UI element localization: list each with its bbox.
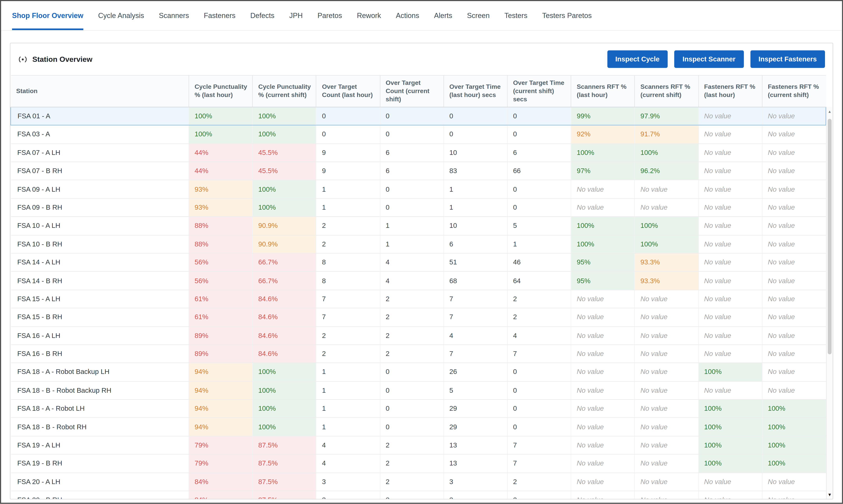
inspect-scanner-button[interactable]: Inspect Scanner: [674, 51, 743, 68]
station-cell: FSA 09 - A LH: [11, 180, 189, 198]
value-cell: 100%: [189, 107, 253, 125]
tab-actions[interactable]: Actions: [396, 1, 419, 30]
value-cell: No value: [698, 198, 762, 216]
tab-fasteners[interactable]: Fasteners: [204, 1, 236, 30]
value-cell: 83: [444, 162, 507, 180]
table-row[interactable]: FSA 09 - B RH93%100%1010No valueNo value…: [11, 198, 826, 216]
tab-paretos[interactable]: Paretos: [317, 1, 342, 30]
value-cell: 79%: [189, 454, 253, 472]
column-header[interactable]: Over Target Count (last hour): [316, 75, 380, 107]
table-row[interactable]: FSA 14 - B RH56%66.7%84686495%93.3%No va…: [11, 271, 826, 290]
value-cell: 100%: [635, 235, 698, 253]
value-cell: 0: [444, 107, 507, 125]
table-row[interactable]: FSA 10 - A LH88%90.9%21105100%100%No val…: [11, 217, 826, 235]
tab-jph[interactable]: JPH: [289, 1, 303, 30]
value-cell: 100%: [253, 125, 316, 143]
value-cell: 0: [507, 381, 571, 399]
value-cell: 0: [380, 363, 444, 381]
table-row[interactable]: FSA 15 - B RH61%84.6%7272No valueNo valu…: [11, 308, 826, 326]
value-cell: No value: [698, 180, 762, 198]
value-cell: 6: [380, 144, 444, 162]
scroll-up-button[interactable]: ▲: [827, 107, 832, 115]
tab-alerts[interactable]: Alerts: [434, 1, 452, 30]
table-row[interactable]: FSA 18 - A - Robot Backup LH94%100%10260…: [11, 363, 826, 381]
scrollbar-thumb[interactable]: [828, 119, 832, 354]
value-cell: 100%: [253, 180, 316, 198]
tab-rework[interactable]: Rework: [357, 1, 381, 30]
column-header[interactable]: Over Target Time (last hour) secs: [444, 75, 507, 107]
value-cell: 66: [507, 162, 571, 180]
value-cell: 2: [380, 436, 444, 454]
station-cell: FSA 19 - B RH: [11, 454, 189, 472]
value-cell: 61%: [189, 308, 253, 326]
table-row[interactable]: FSA 03 - A100%100%000092%91.7%No valueNo…: [11, 125, 826, 143]
scroll-down-button[interactable]: ▼: [827, 490, 832, 499]
tab-testers-paretos[interactable]: Testers Paretos: [542, 1, 591, 30]
value-cell: 0: [380, 180, 444, 198]
value-cell: 6: [444, 235, 507, 253]
table-row[interactable]: FSA 07 - A LH44%45.5%96106100%100%No val…: [11, 144, 826, 162]
value-cell: 89%: [189, 326, 253, 345]
value-cell: 0: [507, 399, 571, 418]
value-cell: 100%: [698, 363, 762, 381]
value-cell: No value: [635, 491, 698, 499]
table-row[interactable]: FSA 15 - A LH61%84.6%7272No valueNo valu…: [11, 290, 826, 308]
table-row[interactable]: FSA 18 - A - Robot LH94%100%10290No valu…: [11, 399, 826, 418]
value-cell: 45.5%: [253, 144, 316, 162]
value-cell: No value: [635, 180, 698, 198]
table-row[interactable]: FSA 07 - B RH44%45.5%96836697%96.2%No va…: [11, 162, 826, 180]
value-cell: 56%: [189, 253, 253, 271]
column-header[interactable]: Cycle Punctuality % (current shift): [253, 75, 316, 107]
value-cell: No value: [635, 363, 698, 381]
value-cell: 7: [316, 290, 380, 308]
column-header[interactable]: Cycle Punctuality % (last hour): [189, 75, 253, 107]
station-overview-icon: [18, 55, 28, 64]
table-row[interactable]: FSA 20 - A LH84%87.5%3232No valueNo valu…: [11, 473, 826, 491]
table-row[interactable]: FSA 14 - A LH56%66.7%84514695%93.3%No va…: [11, 253, 826, 271]
table-row[interactable]: FSA 10 - B RH88%90.9%2161100%100%No valu…: [11, 235, 826, 253]
tab-defects[interactable]: Defects: [250, 1, 274, 30]
value-cell: 100%: [698, 418, 762, 436]
value-cell: 84.6%: [253, 345, 316, 363]
table-row[interactable]: FSA 16 - B RH89%84.6%2277No valueNo valu…: [11, 345, 826, 363]
table-row[interactable]: FSA 19 - B RH79%87.5%42137No valueNo val…: [11, 454, 826, 472]
column-header[interactable]: Scanners RFT % (last hour): [571, 75, 635, 107]
value-cell: 1: [316, 180, 380, 198]
tab-scanners[interactable]: Scanners: [159, 1, 189, 30]
inspect-cycle-button[interactable]: Inspect Cycle: [607, 51, 668, 68]
table-row[interactable]: FSA 01 - A100%100%000099%97.9%No valueNo…: [11, 107, 826, 125]
value-cell: 100%: [698, 436, 762, 454]
value-cell: No value: [635, 454, 698, 472]
table-row[interactable]: FSA 18 - B - Robot RH94%100%10290No valu…: [11, 418, 826, 436]
value-cell: 1: [380, 235, 444, 253]
value-cell: 100%: [571, 144, 635, 162]
column-header[interactable]: Scanners RFT % (current shift): [635, 75, 698, 107]
value-cell: 2: [316, 326, 380, 345]
inspect-fasteners-button[interactable]: Inspect Fasteners: [750, 51, 825, 68]
value-cell: 94%: [189, 363, 253, 381]
table-row[interactable]: FSA 19 - A LH79%87.5%42137No valueNo val…: [11, 436, 826, 454]
table-row[interactable]: FSA 09 - A LH93%100%1010No valueNo value…: [11, 180, 826, 198]
value-cell: No value: [762, 198, 826, 216]
tab-testers[interactable]: Testers: [504, 1, 528, 30]
value-cell: 3: [444, 473, 507, 491]
value-cell: No value: [762, 345, 826, 363]
column-header[interactable]: Over Target Count (current shift): [380, 75, 444, 107]
tab-shop-floor-overview[interactable]: Shop Floor Overview: [12, 1, 83, 30]
column-header[interactable]: Station: [11, 75, 189, 107]
tab-cycle-analysis[interactable]: Cycle Analysis: [98, 1, 144, 30]
column-header[interactable]: Over Target Time (current shift) secs: [507, 75, 571, 107]
column-header[interactable]: Fasteners RFT % (last hour): [698, 75, 762, 107]
column-header[interactable]: Fasteners RFT % (current shift): [762, 75, 826, 107]
value-cell: 100%: [762, 454, 826, 472]
value-cell: 1: [507, 235, 571, 253]
tab-screen[interactable]: Screen: [467, 1, 489, 30]
value-cell: 0: [444, 125, 507, 143]
value-cell: 100%: [698, 399, 762, 418]
vertical-scrollbar[interactable]: ▲ ▼: [826, 107, 833, 500]
value-cell: No value: [698, 125, 762, 143]
value-cell: 0: [316, 125, 380, 143]
table-row[interactable]: FSA 20 - B RH84%87.5%3232No valueNo valu…: [11, 491, 826, 499]
table-row[interactable]: FSA 18 - B - Robot Backup RH94%100%1050N…: [11, 381, 826, 399]
table-row[interactable]: FSA 16 - A LH89%84.6%2244No valueNo valu…: [11, 326, 826, 345]
